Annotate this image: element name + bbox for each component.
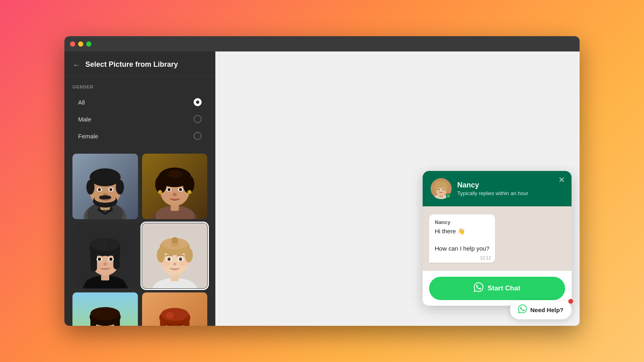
sidebar: ← Select Picture from Library GENDER All… xyxy=(64,51,215,326)
svg-point-32 xyxy=(167,188,170,191)
titlebar xyxy=(64,36,580,51)
chat-info: Nancy Typically replies within an hour xyxy=(457,181,564,196)
svg-point-16 xyxy=(99,195,111,200)
photo-grid xyxy=(72,154,207,326)
need-help-label: Need Help? xyxy=(530,306,564,313)
chat-agent-name: Nancy xyxy=(457,181,564,189)
online-status-dot xyxy=(446,193,451,198)
sidebar-body: GENDER All Male Female xyxy=(64,76,215,326)
photo-item-4[interactable] xyxy=(142,223,208,289)
svg-point-106 xyxy=(434,184,438,191)
radio-all[interactable]: All xyxy=(72,94,207,110)
svg-point-49 xyxy=(109,257,112,261)
svg-point-77 xyxy=(91,307,120,321)
photo-item-6[interactable] xyxy=(142,292,208,326)
svg-point-27 xyxy=(167,170,182,178)
svg-point-66 xyxy=(173,263,176,265)
radio-all-label: All xyxy=(78,99,85,106)
start-chat-button[interactable]: Start Chat xyxy=(429,277,565,300)
message-sender: Nancy xyxy=(435,219,489,225)
svg-rect-93 xyxy=(160,318,165,326)
svg-point-48 xyxy=(98,257,101,261)
gender-section-label: GENDER xyxy=(72,84,207,89)
sidebar-header: ← Select Picture from Library xyxy=(64,51,215,76)
svg-point-13 xyxy=(98,188,101,191)
svg-point-110 xyxy=(438,189,440,190)
traffic-lights xyxy=(70,41,91,47)
photo-item-2[interactable] xyxy=(142,154,208,219)
svg-rect-94 xyxy=(184,318,189,326)
radio-female-dot xyxy=(194,132,202,140)
app-window: ← Select Picture from Library GENDER All… xyxy=(64,36,580,326)
message-text: Hi there 👋How can I help you? xyxy=(435,227,489,253)
radio-female-label: Female xyxy=(78,133,98,140)
page-title: Select Picture from Library xyxy=(85,60,178,69)
svg-point-25 xyxy=(158,172,168,183)
back-button[interactable]: ← xyxy=(72,61,80,69)
svg-point-67 xyxy=(161,260,170,266)
start-chat-label: Start Chat xyxy=(487,284,520,292)
photo-item-1[interactable] xyxy=(72,154,138,219)
content-area: ← Select Picture from Library GENDER All… xyxy=(64,51,580,326)
need-help-button[interactable]: Need Help? xyxy=(510,300,572,319)
svg-point-68 xyxy=(179,260,188,266)
svg-point-59 xyxy=(184,247,192,262)
svg-rect-42 xyxy=(91,247,97,271)
chat-avatar-wrap xyxy=(431,178,452,199)
radio-male-label: Male xyxy=(78,116,91,123)
svg-point-58 xyxy=(157,247,165,262)
photo-item-5[interactable] xyxy=(72,292,138,326)
radio-all-dot xyxy=(194,98,202,106)
whatsapp-icon xyxy=(474,282,483,294)
message-bubble: Nancy Hi there 👋How can I help you? 12:1… xyxy=(429,214,495,263)
gender-radio-group: All Male Female xyxy=(72,94,207,144)
svg-point-7 xyxy=(87,180,95,195)
whatsapp-help-icon xyxy=(518,304,527,315)
chat-messages-area: Nancy Hi there 👋How can I help you? 12:1… xyxy=(423,206,572,271)
svg-rect-43 xyxy=(114,247,120,269)
radio-female[interactable]: Female xyxy=(72,128,207,144)
svg-point-29 xyxy=(187,190,191,194)
notification-dot xyxy=(568,299,573,304)
svg-point-26 xyxy=(181,172,191,183)
svg-point-111 xyxy=(442,189,444,190)
svg-point-14 xyxy=(109,188,112,191)
chat-close-button[interactable]: ✕ xyxy=(558,176,565,184)
close-window-button[interactable] xyxy=(70,41,75,47)
chat-agent-status: Typically replies within an hour xyxy=(457,190,564,196)
svg-point-6 xyxy=(90,169,121,187)
radio-male[interactable]: Male xyxy=(72,111,207,127)
radio-male-dot xyxy=(194,115,202,123)
svg-point-8 xyxy=(116,180,124,195)
svg-point-107 xyxy=(444,184,448,191)
chat-header: Nancy Typically replies within an hour ✕ xyxy=(423,171,572,206)
photo-item-3[interactable] xyxy=(72,223,138,289)
svg-point-34 xyxy=(173,193,177,196)
minimize-window-button[interactable] xyxy=(78,41,83,47)
svg-point-64 xyxy=(167,257,170,261)
message-time: 12:12 xyxy=(480,255,491,260)
svg-point-33 xyxy=(179,188,182,191)
svg-point-95 xyxy=(165,312,173,319)
maximize-window-button[interactable] xyxy=(86,41,91,47)
main-area: Nancy Typically replies within an hour ✕… xyxy=(215,51,580,326)
svg-point-50 xyxy=(103,263,107,265)
chat-widget: Nancy Typically replies within an hour ✕… xyxy=(423,171,572,306)
svg-point-61 xyxy=(171,237,178,243)
svg-point-65 xyxy=(179,257,182,261)
svg-point-28 xyxy=(158,190,162,194)
